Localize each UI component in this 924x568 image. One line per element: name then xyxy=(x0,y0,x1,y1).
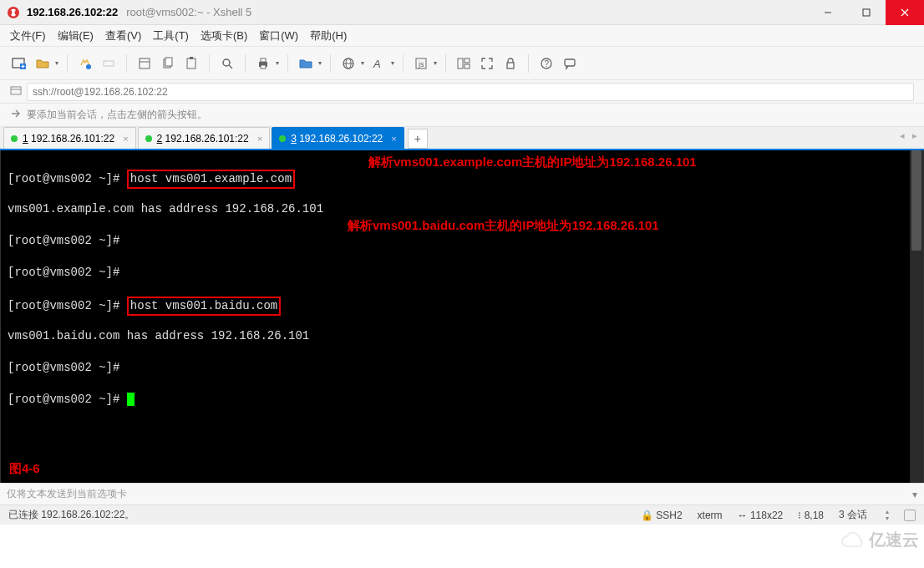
copy-icon[interactable] xyxy=(159,54,177,73)
terminal-scrollbar[interactable] xyxy=(910,150,923,483)
svg-rect-31 xyxy=(507,63,514,68)
status-pos: ⁝ 8,18 xyxy=(798,510,824,521)
svg-rect-20 xyxy=(261,58,266,62)
menu-bar: 文件(F) 编辑(E) 查看(V) 工具(T) 选项卡(B) 窗口(W) 帮助(… xyxy=(0,25,924,47)
properties-icon[interactable] xyxy=(135,54,154,73)
xftp-icon[interactable] xyxy=(297,54,315,73)
hint-arrow-icon[interactable] xyxy=(10,108,22,122)
svg-point-9 xyxy=(86,64,91,69)
tab-1[interactable]: 1 192.168.26.101:22 × xyxy=(3,127,136,149)
paste-icon[interactable] xyxy=(182,54,201,73)
menu-file[interactable]: 文件(F) xyxy=(10,28,46,43)
svg-rect-14 xyxy=(165,58,172,66)
status-arrows[interactable]: ▴▾ xyxy=(886,509,889,522)
svg-rect-28 xyxy=(458,58,463,68)
svg-rect-30 xyxy=(465,64,470,68)
send-target-dropdown[interactable]: ▾ xyxy=(912,489,917,500)
window-title: 192.168.26.102:22 xyxy=(27,6,118,18)
minimize-button[interactable] xyxy=(809,0,847,25)
open-icon[interactable] xyxy=(33,54,52,73)
status-connection: 已连接 192.168.26.102:22。 xyxy=(8,508,135,522)
app-icon xyxy=(7,6,20,19)
toolbar: ▾ ▾ ▾ ▾ A▾ js▾ ? xyxy=(0,47,924,80)
help-icon[interactable]: ? xyxy=(537,54,556,73)
status-dot-icon xyxy=(145,135,152,142)
tab-nav-arrows[interactable]: ◂ ▸ xyxy=(900,130,917,141)
open-caret[interactable]: ▾ xyxy=(55,59,58,67)
menu-tabs[interactable]: 选项卡(B) xyxy=(201,28,247,43)
highlighted-command: host vms001.baidu.com xyxy=(127,297,281,316)
address-input[interactable]: ssh://root@192.168.26.102:22 xyxy=(27,83,914,101)
terminal[interactable]: [root@vms002 ~]# host vms001.example.com… xyxy=(0,150,924,483)
reconnect-icon[interactable] xyxy=(76,54,94,73)
tab-close-icon[interactable]: × xyxy=(123,134,128,144)
new-session-icon[interactable] xyxy=(10,54,28,73)
lock-icon[interactable] xyxy=(501,54,520,73)
font-icon[interactable]: A xyxy=(369,54,388,73)
maximize-button[interactable] xyxy=(847,0,886,25)
svg-text:?: ? xyxy=(545,59,550,68)
menu-edit[interactable]: 编辑(E) xyxy=(58,28,94,43)
menu-help[interactable]: 帮助(H) xyxy=(310,28,347,43)
svg-rect-29 xyxy=(465,58,470,63)
fullscreen-icon[interactable] xyxy=(478,54,496,73)
svg-text:A: A xyxy=(373,58,381,70)
status-dot-icon xyxy=(279,135,286,142)
svg-rect-11 xyxy=(140,58,150,68)
tab-2[interactable]: 2 192.168.26.101:22 × xyxy=(138,127,271,149)
print-icon[interactable] xyxy=(254,54,272,73)
window-subtitle: root@vms002:~ - Xshell 5 xyxy=(126,6,251,18)
hint-text: 要添加当前会话，点击左侧的箭头按钮。 xyxy=(27,108,207,122)
svg-line-18 xyxy=(229,65,232,68)
tab-3[interactable]: 3 192.168.26.102:22 × xyxy=(272,127,404,149)
svg-rect-2 xyxy=(863,9,870,16)
menu-view[interactable]: 查看(V) xyxy=(105,28,141,43)
address-bar: ssh://root@192.168.26.102:22 xyxy=(0,80,924,104)
annotation-1: 解析vms001.example.com主机的IP地址为192.168.26.1… xyxy=(368,154,697,170)
tab-close-icon[interactable]: × xyxy=(391,134,396,144)
svg-rect-21 xyxy=(261,65,266,68)
cap-indicator xyxy=(904,510,916,521)
disconnect-icon[interactable] xyxy=(99,54,118,73)
status-proto: 🔒 SSH2 xyxy=(641,510,683,521)
svg-rect-16 xyxy=(190,57,193,59)
hint-bar: 要添加当前会话，点击左侧的箭头按钮。 xyxy=(0,104,924,127)
address-icon xyxy=(10,84,22,99)
scrollbar-thumb[interactable] xyxy=(911,150,921,251)
globe-icon[interactable] xyxy=(339,54,358,73)
svg-point-17 xyxy=(223,59,230,66)
send-bar[interactable]: 仅将文本发送到当前选项卡 ▾ xyxy=(0,483,924,505)
status-dot-icon xyxy=(11,135,18,142)
menu-window[interactable]: 窗口(W) xyxy=(259,28,298,43)
tab-close-icon[interactable]: × xyxy=(257,134,262,144)
svg-rect-10 xyxy=(104,61,114,66)
title-bar: 192.168.26.102:22 root@vms002:~ - Xshell… xyxy=(0,0,924,25)
tab-strip: 1 192.168.26.101:22 × 2 192.168.26.101:2… xyxy=(0,127,924,150)
annotation-2: 解析vms001.baidu.com主机的IP地址为192.168.26.101 xyxy=(348,217,659,233)
search-icon[interactable] xyxy=(218,54,236,73)
figure-label: 图4-6 xyxy=(9,460,40,476)
watermark: 亿速云 xyxy=(840,529,919,551)
add-tab-button[interactable]: + xyxy=(408,129,428,149)
status-bar: 已连接 192.168.26.102:22。 🔒 SSH2 xterm ↔ 11… xyxy=(0,505,924,525)
close-button[interactable] xyxy=(886,0,924,25)
svg-text:js: js xyxy=(418,60,424,68)
status-term: xterm xyxy=(698,510,723,521)
terminal-cursor xyxy=(127,393,135,406)
svg-rect-35 xyxy=(11,87,21,94)
script-icon[interactable]: js xyxy=(412,54,430,73)
send-input-placeholder[interactable]: 仅将文本发送到当前选项卡 xyxy=(7,487,127,501)
status-sessions: 3 会话 xyxy=(839,508,867,522)
layout-icon[interactable] xyxy=(454,54,473,73)
menu-tools[interactable]: 工具(T) xyxy=(153,28,189,43)
svg-rect-15 xyxy=(187,58,195,68)
status-size: ↔ 118x22 xyxy=(738,510,784,521)
highlighted-command: host vms001.example.com xyxy=(127,170,295,189)
chat-icon[interactable] xyxy=(561,54,579,73)
svg-rect-34 xyxy=(565,59,575,66)
